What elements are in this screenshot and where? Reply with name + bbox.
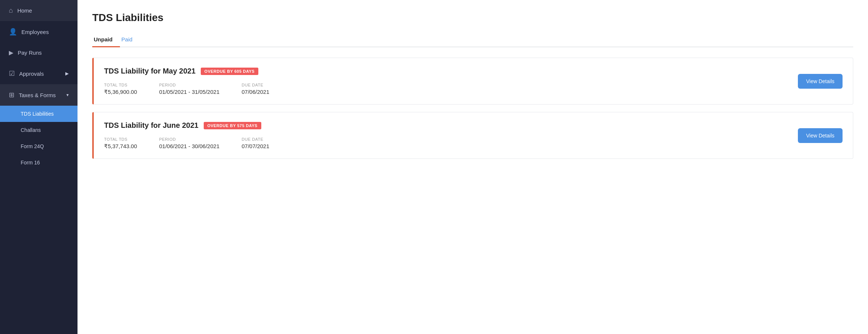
sidebar-item-label: Pay Runs [18, 50, 42, 56]
liability-card: TDS Liability for May 2021 OVERDUE BY 60… [92, 58, 853, 105]
tab-paid[interactable]: Paid [120, 33, 140, 47]
total-tds-group: TOTAL TDS ₹5,37,743.00 [104, 137, 137, 150]
sidebar-item-taxes-forms[interactable]: ⊞ Taxes & Forms ▾ [0, 84, 78, 106]
tab-unpaid[interactable]: Unpaid [92, 33, 120, 47]
sidebar-item-pay-runs[interactable]: ▶ Pay Runs [0, 42, 78, 63]
page-title: TDS Liabilities [92, 12, 853, 24]
sub-item-label: Form 16 [21, 160, 40, 166]
card-header: TDS Liability for May 2021 OVERDUE BY 60… [104, 67, 787, 75]
checkbox-icon: ☑ [9, 69, 15, 78]
total-tds-value: ₹5,36,900.00 [104, 89, 137, 95]
total-tds-label: TOTAL TDS [104, 137, 137, 142]
sidebar: ⌂ Home 👤 Employees ▶ Pay Runs ☑ Approval… [0, 0, 78, 334]
sidebar-item-label: Approvals [19, 71, 44, 77]
liability-cards-container: TDS Liability for May 2021 OVERDUE BY 60… [92, 58, 853, 159]
card-title: TDS Liability for June 2021 [104, 121, 199, 130]
view-details-button[interactable]: View Details [798, 128, 843, 143]
due-date-value: 07/07/2021 [242, 143, 269, 149]
person-icon: 👤 [9, 28, 17, 36]
card-title: TDS Liability for May 2021 [104, 67, 196, 75]
view-details-button[interactable]: View Details [798, 74, 843, 89]
due-date-group: DUE DATE 07/07/2021 [242, 137, 269, 150]
card-details: TOTAL TDS ₹5,37,743.00 PERIOD 01/06/2021… [104, 137, 787, 150]
sub-item-label: Form 24Q [21, 143, 44, 149]
period-group: PERIOD 01/06/2021 - 30/06/2021 [159, 137, 219, 150]
card-details: TOTAL TDS ₹5,36,900.00 PERIOD 01/05/2021… [104, 83, 787, 95]
total-tds-group: TOTAL TDS ₹5,36,900.00 [104, 83, 137, 95]
period-label: PERIOD [159, 83, 219, 87]
card-header: TDS Liability for June 2021 OVERDUE BY 5… [104, 121, 787, 130]
card-content: TDS Liability for May 2021 OVERDUE BY 60… [104, 67, 787, 95]
home-icon: ⌂ [9, 7, 13, 14]
sidebar-item-employees[interactable]: 👤 Employees [0, 21, 78, 42]
liability-card: TDS Liability for June 2021 OVERDUE BY 5… [92, 112, 853, 159]
sidebar-item-label: Employees [21, 29, 49, 35]
overdue-badge: OVERDUE BY 605 DAYS [201, 68, 258, 75]
sidebar-sub-item-challans[interactable]: Challans [0, 122, 78, 138]
sidebar-item-approvals[interactable]: ☑ Approvals ▶ [0, 63, 78, 84]
total-tds-value: ₹5,37,743.00 [104, 143, 137, 150]
due-date-label: DUE DATE [242, 83, 269, 87]
sidebar-sub-item-form-24q[interactable]: Form 24Q [0, 138, 78, 154]
play-icon: ▶ [9, 49, 13, 56]
due-date-group: DUE DATE 07/06/2021 [242, 83, 269, 95]
period-group: PERIOD 01/05/2021 - 31/05/2021 [159, 83, 219, 95]
due-date-label: DUE DATE [242, 137, 269, 142]
sub-item-label: Challans [21, 127, 41, 133]
sub-item-label: TDS Liabilities [21, 111, 54, 117]
sidebar-sub-item-form-16[interactable]: Form 16 [0, 154, 78, 171]
total-tds-label: TOTAL TDS [104, 83, 137, 87]
due-date-value: 07/06/2021 [242, 89, 269, 95]
chevron-down-icon: ▾ [66, 92, 69, 98]
forms-icon: ⊞ [9, 91, 14, 99]
chevron-right-icon: ▶ [65, 71, 69, 76]
period-label: PERIOD [159, 137, 219, 142]
sidebar-item-home[interactable]: ⌂ Home [0, 0, 78, 21]
sidebar-sub-item-tds-liabilities[interactable]: TDS Liabilities [0, 106, 78, 122]
period-value: 01/06/2021 - 30/06/2021 [159, 143, 219, 149]
sidebar-item-label: Home [17, 7, 32, 14]
period-value: 01/05/2021 - 31/05/2021 [159, 89, 219, 95]
main-content: TDS Liabilities Unpaid Paid TDS Liabilit… [78, 0, 868, 334]
overdue-badge: OVERDUE BY 575 DAYS [204, 122, 261, 129]
sidebar-item-label: Taxes & Forms [19, 92, 56, 98]
tabs-container: Unpaid Paid [92, 33, 853, 47]
card-content: TDS Liability for June 2021 OVERDUE BY 5… [104, 121, 787, 150]
